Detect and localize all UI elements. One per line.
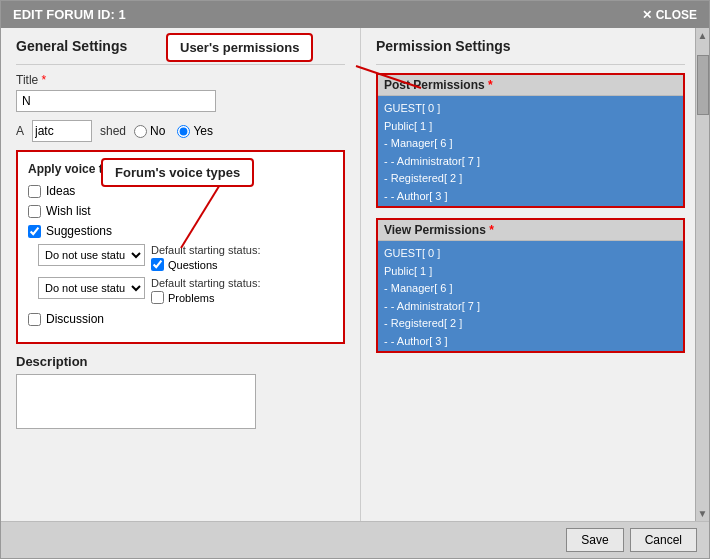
questions-check-row: Questions bbox=[151, 258, 260, 271]
post-perm-item-3: - - Administrator[ 7 ] bbox=[382, 153, 679, 171]
title-label: Title * bbox=[16, 73, 345, 87]
description-title: Description bbox=[16, 354, 345, 369]
save-button[interactable]: Save bbox=[566, 528, 623, 552]
post-perm-item-0: GUEST[ 0 ] bbox=[382, 100, 679, 118]
post-perm-item-5: - - Author[ 3 ] bbox=[382, 188, 679, 206]
published-radio-group: No Yes bbox=[134, 124, 213, 138]
discussion-checkbox[interactable] bbox=[28, 313, 41, 326]
dialog-title: EDIT FORUM ID: 1 bbox=[13, 7, 126, 22]
title-input[interactable] bbox=[16, 90, 216, 112]
post-perm-item-1: Public[ 1 ] bbox=[382, 118, 679, 136]
published-no-option[interactable]: No bbox=[134, 124, 165, 138]
alias-input[interactable] bbox=[32, 120, 92, 142]
view-perm-item-4: - Registered[ 2 ] bbox=[382, 315, 679, 333]
left-panel: General Settings Title * A shed No bbox=[1, 28, 361, 521]
post-permissions-header: Post Permissions * bbox=[378, 75, 683, 96]
questions-right: Default starting status: Questions bbox=[151, 244, 260, 271]
voice-types-box: Apply voice types * Ideas Wish list Sugg… bbox=[16, 150, 345, 344]
problems-right: Default starting status: Problems bbox=[151, 277, 260, 304]
voice-types-title: Apply voice types * bbox=[28, 162, 333, 176]
view-permissions-header: View Permissions * bbox=[378, 220, 683, 241]
problems-default-label: Default starting status: bbox=[151, 277, 260, 289]
post-permissions-list[interactable]: GUEST[ 0 ] Public[ 1 ] - Manager[ 6 ] - … bbox=[378, 96, 683, 206]
cancel-button[interactable]: Cancel bbox=[630, 528, 697, 552]
problems-sub-row: Do not use statu Default starting status… bbox=[38, 277, 333, 304]
problems-check-row: Problems bbox=[151, 291, 260, 304]
problems-label: Problems bbox=[168, 292, 214, 304]
description-textarea[interactable] bbox=[16, 374, 256, 429]
scrollbar-thumb[interactable] bbox=[697, 55, 709, 115]
description-section: Description bbox=[16, 354, 345, 432]
view-perm-item-2: - Manager[ 6 ] bbox=[382, 280, 679, 298]
view-permissions-list[interactable]: GUEST[ 0 ] Public[ 1 ] - Manager[ 6 ] - … bbox=[378, 241, 683, 351]
questions-sub-row: Do not use statu Default starting status… bbox=[38, 244, 333, 271]
title-field-row: Title * bbox=[16, 73, 345, 112]
dialog-header: EDIT FORUM ID: 1 ✕ CLOSE bbox=[1, 1, 709, 28]
right-panel: Permission Settings Post Permissions * G… bbox=[361, 28, 709, 521]
general-settings-title: General Settings bbox=[16, 38, 345, 54]
permission-settings-title: Permission Settings bbox=[376, 38, 685, 54]
view-perm-item-3: - - Administrator[ 7 ] bbox=[382, 298, 679, 316]
questions-default-label: Default starting status: bbox=[151, 244, 260, 256]
post-permissions-box: Post Permissions * GUEST[ 0 ] Public[ 1 … bbox=[376, 73, 685, 208]
view-perm-item-5: - - Author[ 3 ] bbox=[382, 333, 679, 351]
close-button[interactable]: ✕ CLOSE bbox=[642, 8, 697, 22]
wish-list-label: Wish list bbox=[46, 204, 91, 218]
discussion-label: Discussion bbox=[46, 312, 104, 326]
problems-status-select[interactable]: Do not use statu bbox=[38, 277, 145, 299]
ideas-label: Ideas bbox=[46, 184, 75, 198]
ideas-checkbox[interactable] bbox=[28, 185, 41, 198]
questions-status-select[interactable]: Do not use statu bbox=[38, 244, 145, 266]
suggestions-checkbox[interactable] bbox=[28, 225, 41, 238]
suggestions-item: Suggestions bbox=[28, 224, 333, 238]
alias-label: A bbox=[16, 124, 24, 138]
questions-checkbox[interactable] bbox=[151, 258, 164, 271]
view-perm-item-1: Public[ 1 ] bbox=[382, 263, 679, 281]
wish-list-checkbox[interactable] bbox=[28, 205, 41, 218]
wish-list-item: Wish list bbox=[28, 204, 333, 218]
published-yes-option[interactable]: Yes bbox=[177, 124, 213, 138]
dialog: EDIT FORUM ID: 1 ✕ CLOSE General Setting… bbox=[0, 0, 710, 559]
problems-checkbox[interactable] bbox=[151, 291, 164, 304]
view-permissions-box: View Permissions * GUEST[ 0 ] Public[ 1 … bbox=[376, 218, 685, 353]
ideas-item: Ideas bbox=[28, 184, 333, 198]
post-perm-item-2: - Manager[ 6 ] bbox=[382, 135, 679, 153]
suggestions-sub-options: Do not use statu Default starting status… bbox=[38, 244, 333, 304]
discussion-item: Discussion bbox=[28, 312, 333, 326]
dialog-body: General Settings Title * A shed No bbox=[1, 28, 709, 521]
dialog-footer: Save Cancel bbox=[1, 521, 709, 558]
view-perm-item-0: GUEST[ 0 ] bbox=[382, 245, 679, 263]
published-yes-radio[interactable] bbox=[177, 125, 190, 138]
post-perm-item-4: - Registered[ 2 ] bbox=[382, 170, 679, 188]
suggestions-label: Suggestions bbox=[46, 224, 112, 238]
alias-published-row: A shed No Yes bbox=[16, 120, 345, 142]
main-scrollbar[interactable]: ▲ ▼ bbox=[695, 28, 709, 521]
published-label: shed bbox=[100, 124, 126, 138]
published-no-radio[interactable] bbox=[134, 125, 147, 138]
questions-label: Questions bbox=[168, 259, 218, 271]
